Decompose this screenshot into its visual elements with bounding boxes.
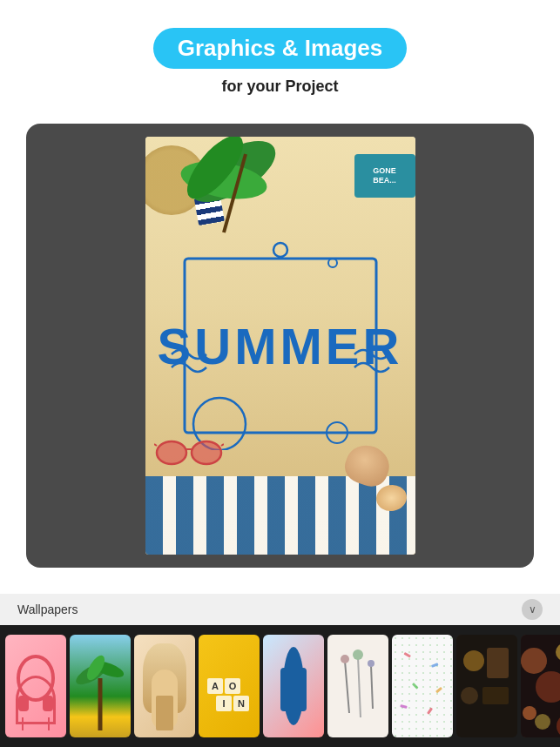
svg-line-12 [154, 444, 157, 446]
svg-rect-16 [43, 696, 53, 711]
svg-rect-42 [431, 663, 439, 668]
svg-rect-24 [156, 696, 173, 730]
thumbnail-item[interactable] [263, 635, 324, 737]
thumbnail-item[interactable] [456, 635, 517, 737]
sunglasses [154, 437, 224, 468]
summer-text: SUMMER [158, 317, 403, 375]
thumbnail-item[interactable] [521, 635, 560, 737]
svg-rect-45 [400, 704, 408, 709]
header-badge: Graphics & Images [153, 28, 408, 69]
beach-towel [145, 476, 415, 555]
svg-point-34 [288, 669, 299, 703]
thumbnail-strip: A O I N [0, 625, 560, 747]
svg-rect-41 [404, 652, 411, 658]
svg-point-53 [521, 648, 547, 674]
svg-point-33 [283, 647, 304, 725]
gone-beach-sign: GONE BEA... [354, 154, 415, 198]
svg-text:I: I [222, 698, 225, 709]
svg-rect-44 [435, 687, 442, 693]
svg-line-36 [358, 656, 361, 717]
summer-graphic-overlay: SUMMER [167, 241, 394, 450]
svg-point-14 [18, 656, 53, 700]
svg-text:A: A [212, 681, 219, 691]
svg-rect-15 [18, 696, 29, 711]
svg-rect-43 [412, 683, 419, 690]
header: Graphics & Images for your Project [0, 0, 560, 110]
svg-text:N: N [238, 698, 245, 709]
svg-point-59 [535, 714, 550, 730]
svg-point-9 [157, 441, 186, 464]
svg-point-40 [368, 660, 374, 667]
svg-line-37 [371, 665, 373, 709]
thumbnail-item[interactable]: A O I N [199, 635, 260, 737]
svg-line-13 [221, 444, 224, 446]
thumbnail-item[interactable] [5, 635, 66, 737]
thumbnail-item[interactable] [327, 635, 388, 737]
thumbnail-item[interactable] [392, 635, 453, 737]
svg-rect-49 [487, 648, 509, 678]
svg-rect-51 [482, 687, 509, 704]
svg-point-39 [353, 649, 363, 660]
svg-point-10 [192, 441, 221, 464]
svg-point-38 [341, 655, 349, 663]
thumbnail-item[interactable] [70, 635, 131, 737]
canvas-image[interactable]: GONE BEA... SUMMER [145, 137, 415, 555]
wallpapers-label: Wallpapers [17, 602, 78, 616]
svg-point-48 [463, 650, 484, 671]
chevron-down-icon[interactable]: ∨ [522, 599, 543, 620]
svg-point-5 [273, 243, 287, 257]
wallpapers-bar[interactable]: Wallpapers ∨ [0, 594, 560, 625]
palm-leaf-icon [172, 137, 276, 241]
header-subtitle: for your Project [17, 77, 543, 96]
thumbnail-item[interactable] [134, 635, 195, 737]
svg-point-57 [523, 706, 536, 720]
main-display: GONE BEA... SUMMER [26, 124, 534, 568]
svg-text:O: O [229, 681, 237, 691]
svg-rect-46 [427, 707, 433, 714]
svg-point-50 [461, 687, 478, 704]
svg-line-35 [345, 661, 349, 713]
